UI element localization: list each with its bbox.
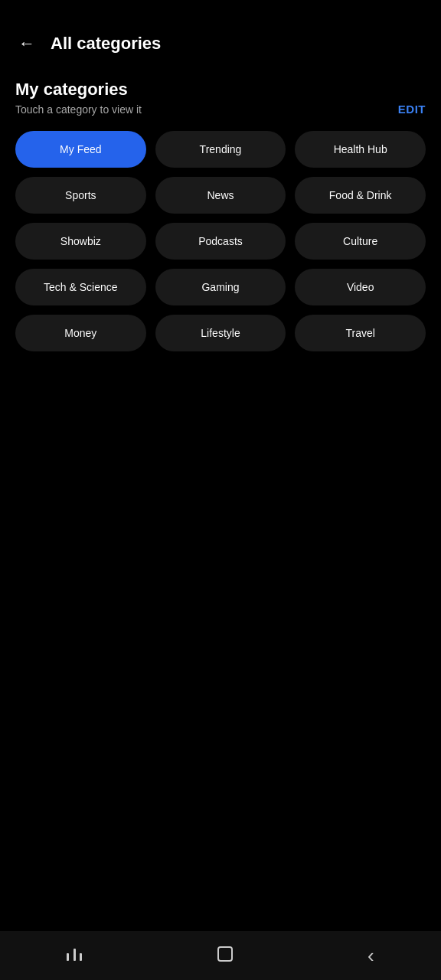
category-tech-science[interactable]: Tech & Science: [15, 269, 146, 305]
category-health-hub[interactable]: Health Hub: [295, 131, 426, 168]
category-video[interactable]: Video: [295, 269, 426, 305]
category-my-feed[interactable]: My Feed: [15, 131, 146, 168]
back-icon: ←: [18, 34, 35, 53]
nav-bar: ‹: [0, 931, 441, 980]
home-button[interactable]: [208, 937, 242, 975]
category-travel[interactable]: Travel: [295, 315, 426, 351]
category-gaming[interactable]: Gaming: [155, 269, 286, 305]
category-news[interactable]: News: [155, 177, 286, 214]
category-showbiz[interactable]: Showbiz: [15, 223, 146, 260]
back-button[interactable]: ←: [15, 31, 38, 57]
category-culture[interactable]: Culture: [295, 223, 426, 260]
recents-button[interactable]: [59, 939, 90, 972]
page-title: All categories: [51, 34, 161, 54]
category-money[interactable]: Money: [15, 315, 146, 351]
category-trending[interactable]: Trending: [155, 131, 286, 168]
category-lifestyle[interactable]: Lifestyle: [155, 315, 286, 351]
categories-grid: My FeedTrendingHealth HubSportsNewsFood …: [15, 131, 426, 351]
category-food-drink[interactable]: Food & Drink: [295, 177, 426, 214]
section-subtitle: Touch a category to view it: [15, 103, 142, 116]
category-sports[interactable]: Sports: [15, 177, 146, 214]
back-nav-button[interactable]: ‹: [360, 936, 382, 975]
category-podcasts[interactable]: Podcasts: [155, 223, 286, 260]
categories-section: My categories Touch a category to view i…: [0, 72, 441, 367]
section-title: My categories: [15, 80, 426, 100]
svg-rect-0: [218, 947, 232, 961]
edit-button[interactable]: EDIT: [398, 103, 426, 116]
header: ← All categories: [0, 0, 441, 72]
section-subtitle-row: Touch a category to view it EDIT: [15, 103, 426, 116]
